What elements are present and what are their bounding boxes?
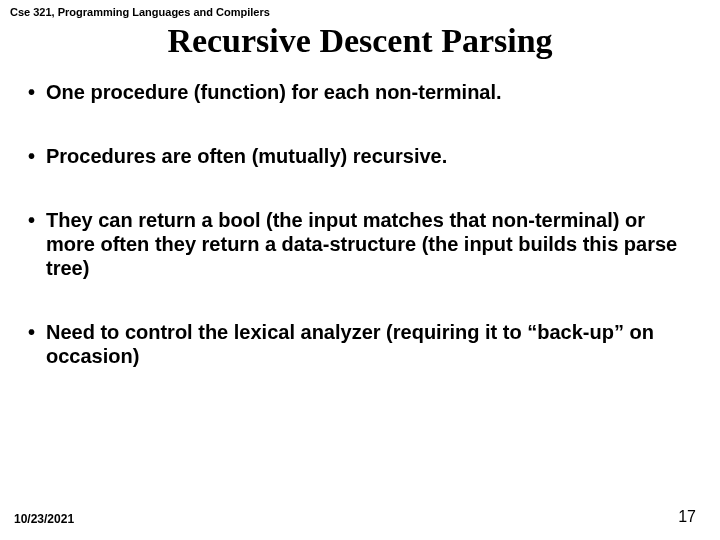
- bullet-item: They can return a bool (the input matche…: [24, 208, 696, 280]
- footer-date: 10/23/2021: [14, 512, 74, 526]
- bullet-item: Need to control the lexical analyzer (re…: [24, 320, 696, 368]
- slide: Cse 321, Programming Languages and Compi…: [0, 0, 720, 540]
- bullet-list: One procedure (function) for each non-te…: [24, 80, 696, 408]
- slide-title: Recursive Descent Parsing: [0, 22, 720, 60]
- bullet-item: Procedures are often (mutually) recursiv…: [24, 144, 696, 168]
- course-header: Cse 321, Programming Languages and Compi…: [10, 6, 270, 18]
- bullet-item: One procedure (function) for each non-te…: [24, 80, 696, 104]
- footer-page-number: 17: [678, 508, 696, 526]
